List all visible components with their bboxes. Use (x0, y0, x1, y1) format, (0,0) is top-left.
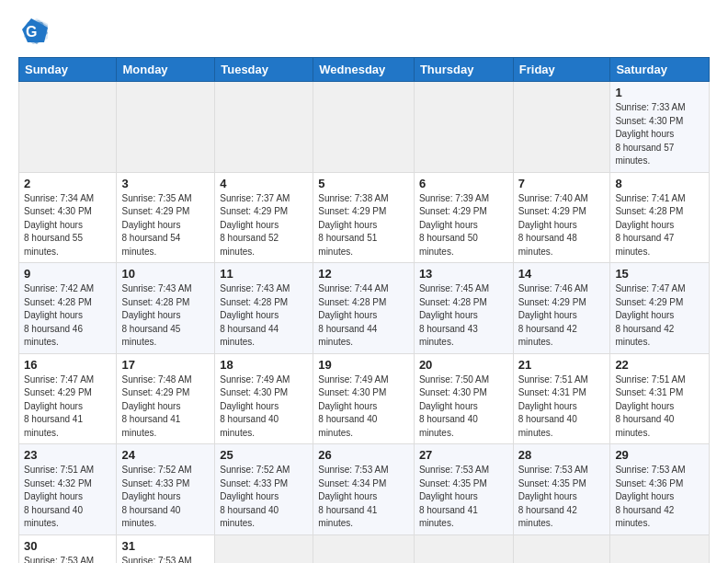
day-info: Sunrise: 7:53 AMSunset: 4:37 PMDaylight … (24, 555, 111, 564)
day-info: Sunrise: 7:51 AMSunset: 4:31 PMDaylight … (518, 373, 606, 441)
day-number: 28 (518, 448, 606, 462)
col-monday: Monday (117, 58, 215, 82)
calendar-week-row: 1Sunrise: 7:33 AMSunset: 4:30 PMDaylight… (19, 82, 710, 173)
day-number: 7 (518, 177, 606, 190)
calendar-cell: 27Sunrise: 7:53 AMSunset: 4:35 PMDayligh… (414, 444, 513, 535)
day-number: 3 (121, 177, 210, 190)
day-number: 24 (121, 448, 210, 462)
day-number: 20 (419, 358, 508, 372)
calendar-week-row: 16Sunrise: 7:47 AMSunset: 4:29 PMDayligh… (19, 353, 710, 444)
calendar-cell (117, 82, 215, 173)
calendar-cell (610, 534, 710, 563)
calendar-week-row: 23Sunrise: 7:51 AMSunset: 4:32 PMDayligh… (19, 444, 710, 535)
calendar-cell: 31Sunrise: 7:53 AMSunset: 4:38 PMDayligh… (117, 534, 215, 563)
day-number: 11 (220, 267, 308, 281)
day-info: Sunrise: 7:43 AMSunset: 4:28 PMDaylight … (121, 282, 210, 350)
day-info: Sunrise: 7:34 AMSunset: 4:30 PMDaylight … (24, 192, 111, 259)
day-number: 13 (419, 267, 508, 281)
calendar-week-row: 30Sunrise: 7:53 AMSunset: 4:37 PMDayligh… (19, 534, 710, 563)
header: G (18, 15, 710, 48)
calendar-cell: 24Sunrise: 7:52 AMSunset: 4:33 PMDayligh… (117, 444, 215, 535)
calendar-cell: 20Sunrise: 7:50 AMSunset: 4:30 PMDayligh… (414, 353, 513, 444)
calendar-cell: 1Sunrise: 7:33 AMSunset: 4:30 PMDaylight… (610, 82, 710, 173)
day-info: Sunrise: 7:50 AMSunset: 4:30 PMDaylight … (419, 373, 508, 441)
calendar-cell (19, 82, 117, 173)
calendar-cell (313, 82, 415, 173)
day-info: Sunrise: 7:53 AMSunset: 4:34 PMDaylight … (318, 464, 409, 531)
day-number: 29 (615, 448, 704, 462)
day-number: 8 (615, 177, 704, 190)
day-number: 18 (220, 358, 308, 372)
day-info: Sunrise: 7:45 AMSunset: 4:28 PMDaylight … (419, 282, 508, 350)
calendar-cell: 28Sunrise: 7:53 AMSunset: 4:35 PMDayligh… (513, 444, 610, 535)
day-info: Sunrise: 7:46 AMSunset: 4:29 PMDaylight … (518, 282, 606, 350)
calendar-cell: 17Sunrise: 7:48 AMSunset: 4:29 PMDayligh… (117, 353, 215, 444)
day-info: Sunrise: 7:53 AMSunset: 4:35 PMDaylight … (518, 464, 606, 531)
day-info: Sunrise: 7:53 AMSunset: 4:38 PMDaylight … (121, 555, 210, 564)
calendar-header-row: Sunday Monday Tuesday Wednesday Thursday… (19, 58, 710, 82)
day-number: 6 (419, 177, 508, 190)
calendar-cell: 5Sunrise: 7:38 AMSunset: 4:29 PMDaylight… (313, 172, 415, 263)
calendar-cell: 13Sunrise: 7:45 AMSunset: 4:28 PMDayligh… (414, 263, 513, 354)
day-number: 16 (24, 358, 111, 372)
col-saturday: Saturday (610, 58, 710, 82)
calendar-cell: 3Sunrise: 7:35 AMSunset: 4:29 PMDaylight… (117, 172, 215, 263)
day-number: 15 (615, 267, 704, 281)
col-wednesday: Wednesday (313, 58, 415, 82)
day-info: Sunrise: 7:49 AMSunset: 4:30 PMDaylight … (220, 373, 308, 441)
calendar-cell: 4Sunrise: 7:37 AMSunset: 4:29 PMDaylight… (215, 172, 313, 263)
calendar-cell: 30Sunrise: 7:53 AMSunset: 4:37 PMDayligh… (19, 534, 117, 563)
day-number: 23 (24, 448, 111, 462)
calendar-cell: 19Sunrise: 7:49 AMSunset: 4:30 PMDayligh… (313, 353, 415, 444)
day-number: 12 (318, 267, 409, 281)
day-info: Sunrise: 7:38 AMSunset: 4:29 PMDaylight … (318, 192, 409, 259)
main-container: G Sunday Monday Tuesday Wednesday Thursd… (0, 0, 728, 563)
calendar-cell: 11Sunrise: 7:43 AMSunset: 4:28 PMDayligh… (215, 263, 313, 354)
calendar-cell: 6Sunrise: 7:39 AMSunset: 4:29 PMDaylight… (414, 172, 513, 263)
calendar-cell: 14Sunrise: 7:46 AMSunset: 4:29 PMDayligh… (513, 263, 610, 354)
calendar-cell: 21Sunrise: 7:51 AMSunset: 4:31 PMDayligh… (513, 353, 610, 444)
day-number: 4 (220, 177, 308, 190)
calendar-cell: 15Sunrise: 7:47 AMSunset: 4:29 PMDayligh… (610, 263, 710, 354)
day-info: Sunrise: 7:44 AMSunset: 4:28 PMDaylight … (318, 282, 409, 350)
day-info: Sunrise: 7:53 AMSunset: 4:35 PMDaylight … (419, 464, 508, 531)
day-info: Sunrise: 7:39 AMSunset: 4:29 PMDaylight … (419, 192, 508, 259)
day-number: 30 (24, 539, 111, 553)
calendar-cell: 18Sunrise: 7:49 AMSunset: 4:30 PMDayligh… (215, 353, 313, 444)
logo: G (18, 15, 55, 48)
calendar-cell (414, 82, 513, 173)
col-sunday: Sunday (19, 58, 117, 82)
calendar-week-row: 2Sunrise: 7:34 AMSunset: 4:30 PMDaylight… (19, 172, 710, 263)
day-info: Sunrise: 7:33 AMSunset: 4:30 PMDaylight … (615, 101, 704, 168)
calendar-cell: 2Sunrise: 7:34 AMSunset: 4:30 PMDaylight… (19, 172, 117, 263)
calendar-table: Sunday Monday Tuesday Wednesday Thursday… (18, 57, 710, 563)
day-number: 19 (318, 358, 409, 372)
day-info: Sunrise: 7:47 AMSunset: 4:29 PMDaylight … (615, 282, 704, 350)
calendar-cell: 26Sunrise: 7:53 AMSunset: 4:34 PMDayligh… (313, 444, 415, 535)
calendar-cell: 25Sunrise: 7:52 AMSunset: 4:33 PMDayligh… (215, 444, 313, 535)
day-number: 31 (121, 539, 210, 553)
day-info: Sunrise: 7:42 AMSunset: 4:28 PMDaylight … (24, 282, 111, 350)
day-info: Sunrise: 7:48 AMSunset: 4:29 PMDaylight … (121, 373, 210, 441)
day-number: 22 (615, 358, 704, 372)
day-number: 1 (615, 86, 704, 99)
day-number: 9 (24, 267, 111, 281)
day-number: 5 (318, 177, 409, 190)
calendar-cell: 22Sunrise: 7:51 AMSunset: 4:31 PMDayligh… (610, 353, 710, 444)
calendar-cell: 23Sunrise: 7:51 AMSunset: 4:32 PMDayligh… (19, 444, 117, 535)
day-info: Sunrise: 7:49 AMSunset: 4:30 PMDaylight … (318, 373, 409, 441)
calendar-cell (215, 534, 313, 563)
day-info: Sunrise: 7:52 AMSunset: 4:33 PMDaylight … (220, 464, 308, 531)
day-number: 26 (318, 448, 409, 462)
day-info: Sunrise: 7:35 AMSunset: 4:29 PMDaylight … (121, 192, 210, 259)
day-info: Sunrise: 7:40 AMSunset: 4:29 PMDaylight … (518, 192, 606, 259)
calendar-cell: 9Sunrise: 7:42 AMSunset: 4:28 PMDaylight… (19, 263, 117, 354)
calendar-cell: 10Sunrise: 7:43 AMSunset: 4:28 PMDayligh… (117, 263, 215, 354)
calendar-cell (513, 534, 610, 563)
calendar-cell (513, 82, 610, 173)
col-tuesday: Tuesday (215, 58, 313, 82)
calendar-cell (414, 534, 513, 563)
logo-icon: G (18, 15, 51, 48)
calendar-cell: 16Sunrise: 7:47 AMSunset: 4:29 PMDayligh… (19, 353, 117, 444)
calendar-cell (215, 82, 313, 173)
